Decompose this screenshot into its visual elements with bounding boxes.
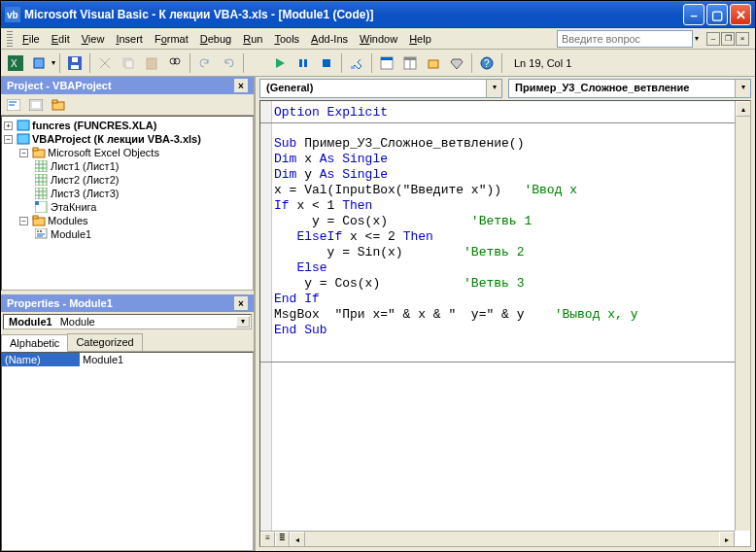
code-margin [260,101,272,531]
svg-point-56 [37,230,39,232]
menu-format[interactable]: Format [149,31,194,47]
tree-node-funcres[interactable]: + funcres (FUNCRES.XLA) [4,119,251,132]
properties-panel-close-button[interactable]: × [234,296,248,310]
svg-rect-4 [34,58,44,68]
undo-button[interactable] [194,52,216,74]
menu-addins[interactable]: Add-Ins [305,31,354,47]
collapse-icon[interactable]: − [19,149,28,157]
horizontal-scrollbar[interactable]: ◂ ▸ [290,531,735,546]
separator [89,53,90,73]
find-button[interactable] [164,52,186,74]
minimize-button[interactable]: – [683,4,704,25]
vertical-scrollbar[interactable]: ▴ [735,101,750,531]
folder-icon [32,147,46,158]
svg-point-57 [40,230,42,232]
tree-node-sheet2[interactable]: Лист2 (Лист2) [4,173,251,187]
help-search-input[interactable] [557,30,693,48]
view-object-button[interactable] [25,94,47,116]
close-button[interactable]: ✕ [730,4,751,25]
tree-node-vbaproject[interactable]: − VBAProject (К лекции VBA-3.xls) [4,132,251,146]
procedure-dropdown[interactable]: Пример_У3_Сложное_ветвление ▾ [508,79,751,98]
svg-rect-54 [33,216,38,219]
menu-window[interactable]: Window [354,31,403,47]
procedure-view-button[interactable]: ≡ [260,532,275,547]
menu-file[interactable]: File [17,31,46,47]
object-dropdown[interactable]: (General) ▾ [259,79,502,98]
break-button[interactable] [292,52,314,74]
dropdown-arrow-icon[interactable]: ▾ [236,316,250,328]
project-panel-close-button[interactable]: × [234,79,248,92]
svg-rect-29 [32,102,40,108]
expand-icon[interactable]: + [4,121,13,130]
excel-icon[interactable]: X [5,52,26,74]
project-tree[interactable]: + funcres (FUNCRES.XLA) − VBAProject (К … [1,116,254,291]
paste-button[interactable] [141,52,162,74]
dropdown-arrow-icon[interactable]: ▾ [52,58,55,67]
scroll-left-button[interactable]: ◂ [290,532,305,547]
svg-rect-6 [71,65,79,69]
property-row[interactable]: (Name) Module1 [2,353,253,366]
main-area: Project - VBAProject × + funcres (FUNCRE… [1,77,755,551]
menu-help[interactable]: Help [403,31,437,47]
run-button[interactable] [269,52,291,74]
collapse-icon[interactable]: − [4,135,13,144]
svg-rect-15 [323,59,330,67]
separator [371,53,372,73]
maximize-button[interactable]: ▢ [706,4,728,25]
view-code-button[interactable] [3,94,24,116]
scroll-up-button[interactable]: ▴ [736,101,751,117]
svg-rect-46 [35,188,47,199]
code-pane: (General) ▾ Пример_У3_Сложное_ветвление … [256,77,755,551]
redo-button[interactable] [218,52,239,74]
help-button[interactable]: ? [476,52,498,74]
view-toggle: ≡ ≣ [260,531,290,546]
property-value[interactable]: Module1 [80,353,253,366]
help-dropdown-icon[interactable]: ▾ [693,34,701,43]
object-name: Module1 [5,316,56,328]
menu-view[interactable]: View [76,31,111,47]
save-button[interactable] [64,52,86,74]
toolbox-button[interactable] [446,52,467,74]
project-panel-header: Project - VBAProject × [1,77,254,94]
project-explorer-button[interactable] [376,52,397,74]
scroll-right-button[interactable]: ▸ [719,532,735,547]
reset-button[interactable] [316,52,337,74]
tab-categorized[interactable]: Categorized [67,333,142,351]
tree-node-modules[interactable]: − Modules [4,214,251,227]
code-text[interactable]: Option Explicit Sub Пример_У3_Сложное_ве… [274,105,750,338]
properties-object-dropdown[interactable]: Module1 Module ▾ [3,314,252,329]
svg-rect-13 [299,59,302,67]
app-icon: vb [5,7,20,22]
svg-rect-36 [35,160,47,172]
collapse-icon[interactable]: − [19,217,28,225]
menu-debug[interactable]: Debug [194,31,237,47]
dropdown-arrow-icon[interactable]: ▾ [735,80,750,97]
svg-rect-7 [72,57,78,62]
design-mode-button[interactable] [346,52,367,74]
mdi-minimize-button[interactable]: – [706,32,720,46]
menu-insert[interactable]: Insert [110,31,149,47]
properties-window-button[interactable] [399,52,421,74]
toggle-folders-button[interactable] [48,94,69,116]
scrollbar-track[interactable] [305,532,719,546]
tree-node-sheet3[interactable]: Лист3 (Лист3) [4,187,251,200]
dropdown-arrow-icon[interactable]: ▾ [486,80,501,97]
tab-alphabetic[interactable]: Alphabetic [1,334,68,352]
tree-node-module1[interactable]: Module1 [4,227,251,241]
mdi-close-button[interactable]: × [736,32,749,46]
code-editor[interactable]: Option Explicit Sub Пример_У3_Сложное_ве… [259,100,751,547]
menu-run[interactable]: Run [237,31,268,47]
sheet-icon [35,188,49,199]
insert-dropdown-button[interactable] [28,52,50,74]
tree-node-thisbook[interactable]: ЭтаКнига [4,200,251,214]
properties-grid[interactable]: (Name) Module1 [1,352,254,551]
tree-node-sheet1[interactable]: Лист1 (Лист1) [4,159,251,173]
mdi-restore-button[interactable]: ❐ [721,32,735,46]
menu-edit[interactable]: Edit [46,31,76,47]
object-browser-button[interactable] [423,52,444,74]
copy-button[interactable] [118,52,139,74]
tree-node-excel-objects[interactable]: − Microsoft Excel Objects [4,146,251,159]
cut-button[interactable] [94,52,116,74]
menu-tools[interactable]: Tools [268,31,305,47]
full-module-view-button[interactable]: ≣ [275,532,290,547]
